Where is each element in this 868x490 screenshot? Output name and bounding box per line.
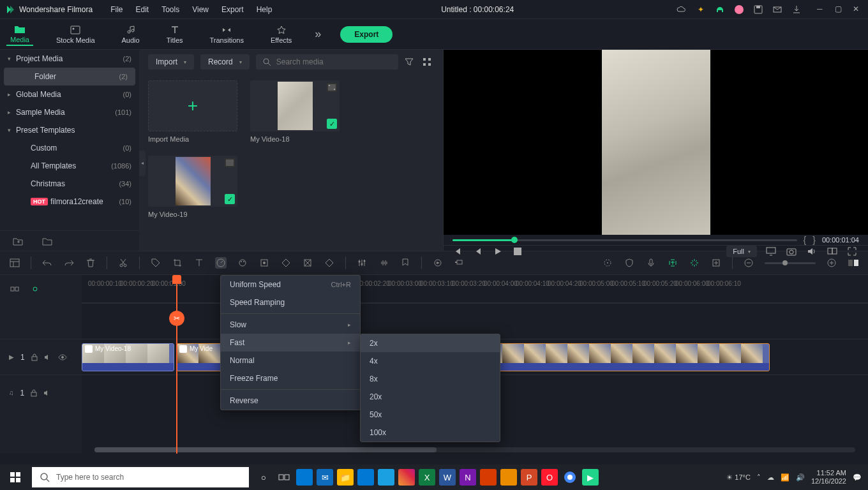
snapshot-button[interactable] (786, 247, 798, 256)
mail-icon[interactable] (772, 4, 782, 15)
audio-track-header[interactable]: ♫ 1 (0, 375, 82, 410)
zoom-fit-button[interactable] (848, 257, 859, 269)
sidebar-collapse-handle[interactable]: ◂ (139, 151, 146, 176)
start-button[interactable] (0, 464, 31, 490)
import-dropdown[interactable]: Import▾ (148, 54, 194, 70)
lock-icon[interactable] (31, 353, 38, 361)
taskbar-edge-icon[interactable] (378, 469, 394, 486)
menu-view[interactable]: View (186, 3, 215, 17)
ctx-slow[interactable]: Slow▸ (221, 316, 360, 334)
profile-icon[interactable] (734, 4, 744, 15)
ctx-speed-4x[interactable]: 4x (361, 352, 500, 370)
ctx-speed-100x[interactable]: 100x (361, 424, 500, 442)
ai-icon[interactable] (667, 257, 678, 269)
render-icon[interactable] (432, 257, 444, 269)
zoom-slider[interactable] (765, 262, 816, 264)
volume-button[interactable] (807, 247, 818, 256)
sidebar-item-project-media[interactable]: ▾Project Media(2) (0, 50, 139, 68)
ripple-icon[interactable] (9, 283, 20, 295)
effects-icon[interactable] (324, 257, 335, 269)
record-dropdown[interactable]: Record▾ (200, 54, 250, 70)
audio-eq-icon[interactable] (378, 257, 389, 269)
playhead-cut-icon[interactable]: ✂ (169, 311, 184, 326)
ctx-speed-20x[interactable]: 20x (361, 388, 500, 406)
media-item[interactable]: ✓ My Video-18 (250, 80, 340, 143)
taskbar-search[interactable]: Type here to search (32, 467, 249, 487)
sidebar-item-filmora12create[interactable]: HOTfilmora12create(10) (0, 193, 139, 211)
ctx-speed-ramping[interactable]: Speed Ramping (221, 293, 360, 311)
sidebar-item-sample-media[interactable]: ▸Sample Media(101) (0, 103, 139, 121)
ctx-uniform-speed[interactable]: Uniform SpeedCtrl+R (221, 276, 360, 293)
ctx-normal[interactable]: Normal (221, 352, 360, 369)
sidebar-item-christmas[interactable]: Christmas(34) (0, 175, 139, 193)
ctx-speed-50x[interactable]: 50x (361, 406, 500, 424)
tab-effects[interactable]: Effects (267, 24, 296, 45)
record-vo-icon[interactable] (454, 257, 465, 269)
sidebar-item-preset-templates[interactable]: ▾Preset Templates (0, 121, 139, 139)
scrubber-handle[interactable] (511, 237, 518, 243)
taskbar-excel-icon[interactable]: X (419, 469, 435, 486)
marker-icon[interactable] (400, 257, 411, 269)
tab-media[interactable]: Media (6, 23, 33, 46)
taskbar-app-icon[interactable] (296, 469, 313, 486)
zoom-in-button[interactable] (826, 257, 837, 269)
sidebar-item-global-media[interactable]: ▸Global Media(0) (0, 85, 139, 103)
tag-icon[interactable] (150, 257, 161, 269)
shield-icon[interactable] (624, 257, 635, 269)
taskbar-explorer-icon[interactable]: 📁 (337, 469, 354, 486)
playhead[interactable]: ✂ (176, 275, 177, 454)
speed-button[interactable] (215, 257, 227, 269)
headphones-icon[interactable] (715, 4, 725, 15)
taskbar-filmora-icon[interactable]: ▶ (582, 469, 599, 486)
step-back-button[interactable] (473, 247, 484, 256)
more-tabs-button[interactable]: » (315, 27, 321, 41)
mixer-icon[interactable] (356, 257, 368, 269)
taskbar-powerpoint-icon[interactable]: P (521, 469, 537, 486)
smart-icon[interactable] (689, 257, 700, 269)
close-button[interactable]: ✕ (853, 4, 863, 15)
download-icon[interactable] (791, 4, 802, 15)
fullscreen-button[interactable] (848, 247, 859, 256)
tray-cloud-icon[interactable]: ☁ (767, 473, 774, 482)
mute-icon[interactable] (43, 390, 51, 396)
playhead-handle[interactable] (172, 275, 181, 284)
undo-button[interactable] (41, 257, 53, 269)
taskbar-app-icon[interactable] (500, 469, 517, 486)
preview-canvas[interactable] (444, 50, 868, 235)
tray-clock[interactable]: 11:52 AM 12/16/2022 (811, 469, 846, 486)
taskbar-instagram-icon[interactable] (398, 469, 415, 486)
tab-transitions[interactable]: Transitions (206, 24, 248, 45)
mic-icon[interactable] (645, 257, 657, 269)
taskbar-word-icon[interactable]: W (439, 469, 456, 486)
taskbar-store-icon[interactable] (357, 469, 374, 486)
lock-icon[interactable] (31, 389, 37, 397)
eye-icon[interactable] (58, 354, 67, 360)
import-media-button[interactable]: + Import Media (148, 80, 237, 143)
minimize-button[interactable]: ─ (817, 4, 827, 15)
menu-export[interactable]: Export (215, 3, 250, 17)
save-icon[interactable] (753, 4, 763, 15)
delete-button[interactable] (85, 257, 96, 269)
weather-widget[interactable]: ☀ 17°C (726, 473, 751, 482)
tracking-icon[interactable] (602, 257, 613, 269)
keyframe-icon[interactable] (280, 257, 292, 269)
mark-out-button[interactable]: } (812, 235, 816, 245)
sidebar-item-folder[interactable]: Folder(2) (4, 68, 135, 85)
taskbar-app-icon[interactable] (480, 469, 497, 486)
redo-button[interactable] (63, 257, 75, 269)
scrollbar-thumb[interactable] (94, 447, 437, 452)
tray-volume-icon[interactable]: 🔊 (796, 473, 805, 482)
media-item[interactable]: ✓ My Video-19 (148, 156, 237, 218)
timeline-clip[interactable]: My Video-18 (82, 343, 174, 371)
tab-stock-media[interactable]: Stock Media (52, 24, 99, 45)
menu-tools[interactable]: Tools (155, 3, 186, 17)
notifications-icon[interactable]: 💬 (853, 473, 862, 482)
sidebar-item-all-templates[interactable]: All Templates(1086) (0, 157, 139, 175)
maximize-button[interactable]: ▢ (835, 4, 845, 15)
folder-icon[interactable] (42, 237, 52, 246)
stop-button[interactable] (514, 248, 525, 255)
ctx-freeze-frame[interactable]: Freeze Frame (221, 369, 360, 387)
mute-icon[interactable] (44, 354, 52, 360)
preview-scrubber[interactable] (453, 239, 797, 241)
zoom-out-button[interactable] (743, 257, 754, 269)
